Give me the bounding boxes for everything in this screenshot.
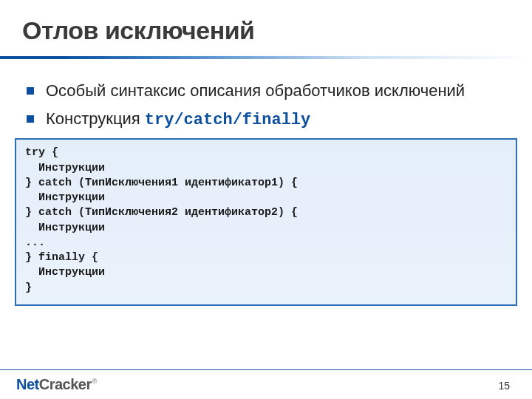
inline-code: try/catch/finally [145, 111, 310, 129]
bullet-item: Конструкция try/catch/finally [25, 109, 510, 131]
content-area: Особый синтаксис описания обработчиков и… [22, 81, 510, 306]
page-number: 15 [498, 380, 510, 392]
logo: NetCracker® [16, 376, 96, 393]
logo-part2: Cracker [39, 376, 92, 393]
bullet-text: Особый синтаксис описания обработчиков и… [46, 81, 465, 100]
bullet-prefix: Конструкция [46, 109, 145, 128]
bullet-item: Особый синтаксис описания обработчиков и… [25, 81, 510, 101]
logo-registered: ® [92, 378, 98, 385]
slide-title: Отлов исключений [22, 16, 510, 45]
slide: Отлов исключений Особый синтаксис описан… [0, 0, 532, 399]
code-block: try { Инструкции } catch (ТипИсключения1… [15, 138, 517, 306]
footer: NetCracker® 15 [0, 369, 532, 399]
bullet-list: Особый синтаксис описания обработчиков и… [22, 81, 510, 131]
title-underline [0, 56, 532, 59]
logo-part1: Net [16, 376, 39, 393]
